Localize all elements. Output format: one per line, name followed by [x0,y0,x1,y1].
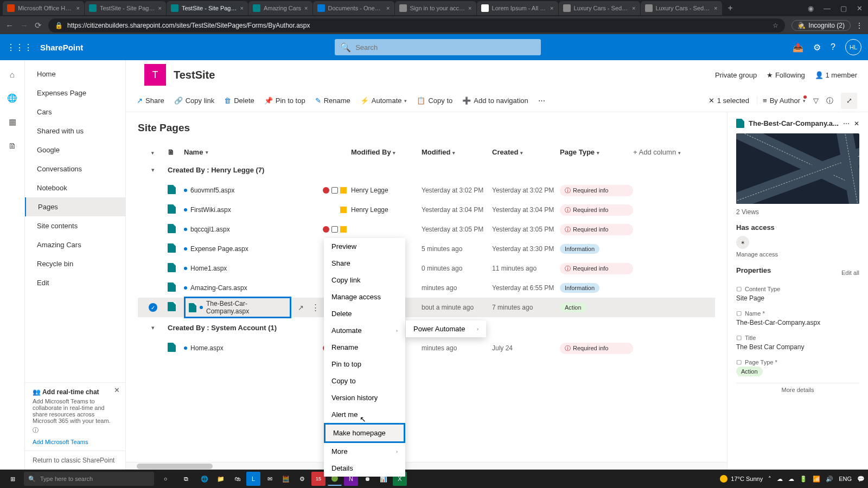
close-icon[interactable]: × [714,5,717,11]
chevron-down-icon[interactable]: ▾ [151,150,154,156]
browser-tab[interactable]: Documents - OneDriv× [313,1,394,15]
selection-count[interactable]: ✕1 selected [709,97,749,105]
close-icon[interactable]: × [632,5,635,11]
minimize-icon[interactable]: — [824,4,831,12]
incognito-indicator[interactable]: 🕵Incognito (2) [792,20,851,31]
file-name[interactable]: Home1.aspx [190,265,227,272]
col-created[interactable]: Created ▾ [492,148,560,156]
more-details-link[interactable]: More details [736,383,859,393]
settings-icon[interactable]: ⚙ [813,42,821,53]
ctx-copy-to[interactable]: Copy to [324,373,405,389]
more-icon[interactable]: ⋯ [843,120,850,127]
home-icon[interactable]: ⌂ [10,70,15,79]
nav-item-shared-with-us[interactable]: Shared with us [25,121,125,140]
nav-item-google[interactable]: Google [25,140,125,159]
thumbnail[interactable] [736,133,859,204]
notifications-icon[interactable]: 💬 [857,476,865,483]
close-icon[interactable]: ✕ [114,386,120,394]
edit-all-link[interactable]: Edit all [841,269,859,276]
onedrive-icon[interactable]: ☁ [777,476,783,483]
file-name[interactable]: Expense Page.aspx [190,245,248,253]
close-icon[interactable]: × [158,5,162,11]
delete-button[interactable]: 🗑Delete [224,97,254,105]
back-icon[interactable]: ← [5,21,14,30]
horizontal-scrollbar[interactable] [126,462,727,470]
clear-icon[interactable]: ✕ [709,97,714,105]
browser-tab[interactable]: Lorem Ipsum - All the× [477,1,558,15]
file-name[interactable]: The-Best-Car-Company.aspx [206,300,286,315]
file-name[interactable]: FirstWiki.aspx [190,206,231,214]
close-icon[interactable]: ✕ [854,120,859,127]
volume-icon[interactable]: 🔊 [826,476,833,483]
ctx-power-automate[interactable]: Power Automate› [406,320,486,337]
edge-icon[interactable]: 🌐 [197,472,212,486]
nav-item-cars[interactable]: Cars [25,102,125,121]
browser-tab[interactable]: Luxury Cars - Sedans,× [641,1,722,15]
table-row[interactable]: bqccqjl1.aspxYesterday at 3:05 PMYesterd… [138,220,715,239]
globe-icon[interactable]: 🌐 [7,93,17,103]
close-icon[interactable]: × [550,5,553,11]
ctx-make-homepage[interactable]: Make homepage [324,423,405,443]
ctx-pin-to-top[interactable]: Pin to top [324,356,405,373]
info-icon[interactable]: ⓘ [33,426,118,434]
ctx-more[interactable]: More› [324,443,405,460]
nav-item-amazing-cars[interactable]: Amazing Cars [25,235,125,254]
brand-label[interactable]: SharePoint [40,43,83,52]
account-icon[interactable]: ◉ [808,4,814,12]
view-selector[interactable]: ≡By Author ▾ [757,97,806,105]
share-button[interactable]: ↗Share [137,97,164,105]
ctx-automate[interactable]: Automate› [324,322,405,339]
close-icon[interactable]: × [386,5,390,11]
group-header[interactable]: ▾Created By : Henry Legge (7) [138,159,715,181]
nav-item-notebook[interactable]: Notebook [25,178,125,197]
table-row[interactable]: Home1.aspx0 minutes ago11 minutes agoReq… [138,259,715,278]
search-input[interactable] [355,43,535,52]
classic-link[interactable]: Return to classic SharePoint [25,451,125,470]
col-modified[interactable]: Modified ▾ [422,148,492,156]
news-icon[interactable]: ▦ [9,117,16,127]
ctx-rename[interactable]: Rename [324,339,405,356]
close-icon[interactable]: × [304,5,308,11]
files-icon[interactable]: 🗎 [8,141,16,150]
share-icon[interactable]: ↗ [298,304,304,312]
ctx-version-history[interactable]: Version history [324,389,405,406]
close-icon[interactable]: × [240,5,244,11]
table-row[interactable]: FirstWiki.aspxHenry LeggeYesterday at 3:… [138,200,715,220]
file-name[interactable]: 6uovmnf5.aspx [190,187,234,194]
ctx-delete[interactable]: Delete [324,305,405,322]
property-value[interactable]: Action [736,368,859,375]
chevron-down-icon[interactable]: ▾ [138,324,168,331]
star-icon[interactable]: ☆ [773,22,778,29]
table-row[interactable]: Home.aspxminutes agoJuly 24Required info [138,338,715,358]
start-button[interactable]: ⊞ [3,471,22,486]
star-icon[interactable]: ★ [767,71,773,79]
browser-tab[interactable]: Microsoft Office Home× [3,1,84,15]
search-box[interactable]: 🔍 [335,39,541,55]
lang-indicator[interactable]: ENG [839,476,852,482]
copyto-button[interactable]: 📋Copy to [417,97,452,105]
app-launcher-icon[interactable]: ⋮⋮⋮ [7,42,33,53]
cortana-icon[interactable]: ○ [156,471,175,486]
property-value[interactable]: The Best Car Company [736,343,859,351]
automate-button[interactable]: ⚡Automate ▾ [360,97,407,105]
tray-chevron-icon[interactable]: ˄ [768,476,771,483]
file-name[interactable]: Home.aspx [190,344,224,352]
share-icon[interactable]: 📤 [793,42,803,53]
taskbar-search[interactable]: 🔍Type here to search [24,472,154,486]
nav-item-home[interactable]: Home [25,65,125,84]
close-icon[interactable]: × [468,5,471,11]
site-logo[interactable]: T [144,64,166,86]
forward-icon[interactable]: → [20,21,28,30]
app-icon[interactable]: L [246,472,260,486]
close-window-icon[interactable]: ✕ [857,4,863,12]
browser-tab[interactable]: Sign in to your accou× [395,1,476,15]
rename-button[interactable]: ✎Rename [315,97,350,105]
help-icon[interactable]: ? [831,42,835,52]
more-button[interactable]: ⋯ [538,97,545,105]
pin-button[interactable]: 📌Pin to top [264,97,305,105]
address-bar[interactable]: 🔒 https://citizenbuilders.sharepoint.com… [48,18,785,33]
promo-link[interactable]: Add Microsoft Teams [33,439,118,445]
nav-item-site-contents[interactable]: Site contents [25,216,125,235]
table-row[interactable]: 6uovmnf5.aspxHenry LeggeYesterday at 3:0… [138,181,715,200]
add-column[interactable]: + Add column ▾ [633,148,681,156]
